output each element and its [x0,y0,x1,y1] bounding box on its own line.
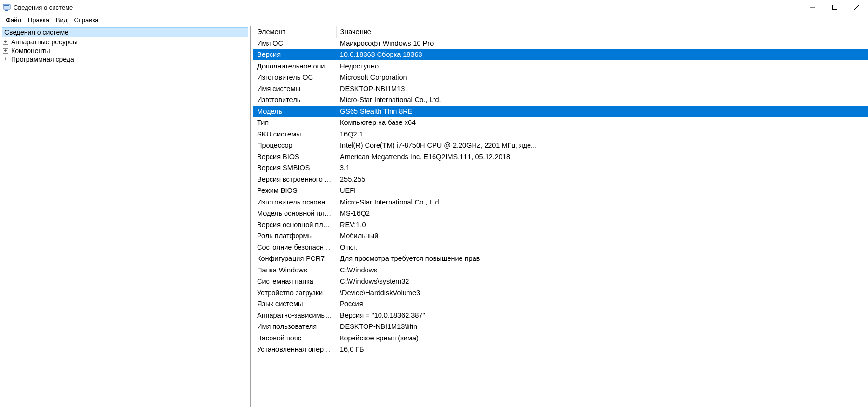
table-row[interactable]: Аппаратно-зависимы...Версия = "10.0.1836… [253,310,868,321]
table-row[interactable]: Состояние безопасно...Откл. [253,242,868,253]
minimize-button[interactable] [801,0,824,14]
column-header-value[interactable]: Значение [336,26,868,38]
cell-value: Мобильный [336,231,868,242]
table-row[interactable]: Версия основной платыREV:1.0 [253,219,868,231]
cell-value: Для просмотра требуется повышение прав [336,253,868,265]
table-row[interactable]: Папка WindowsC:\Windows [253,264,868,276]
details-table: Элемент Значение Имя ОСМайкрософт Window… [253,26,868,355]
menu-help[interactable]: Справка [71,15,101,25]
cell-value: Micro-Star International Co., Ltd. [336,196,868,208]
table-row[interactable]: SKU системы16Q2.1 [253,128,868,140]
cell-value: MS-16Q2 [336,208,868,219]
tree-pane: Сведения о системе + Аппаратные ресурсы … [0,26,251,407]
cell-element: Устройство загрузки [253,287,336,298]
cell-value: C:\Windows [336,264,868,276]
cell-element: Режим BIOS [253,185,336,197]
table-row[interactable]: ПроцессорIntel(R) Core(TM) i7-8750H CPU … [253,140,868,151]
window-controls [801,0,868,14]
cell-value: 255.255 [336,174,868,185]
cell-element: Язык системы [253,298,336,310]
table-row[interactable]: Конфигурация PCR7Для просмотра требуется… [253,253,868,265]
cell-element: Имя пользователя [253,321,336,333]
cell-element: Часовой пояс [253,332,336,344]
maximize-button[interactable] [824,0,846,14]
table-row[interactable]: ТипКомпьютер на базе x64 [253,117,868,129]
cell-element: Установленная операт... [253,344,336,355]
table-row[interactable]: МодельGS65 Stealth Thin 8RE [253,106,868,117]
expand-icon[interactable]: + [3,48,8,54]
table-row[interactable]: Модель основной пла...MS-16Q2 [253,208,868,219]
table-row[interactable]: Изготовитель ОСMicrosoft Corporation [253,72,868,83]
cell-element: Имя ОС [253,38,336,49]
table-row[interactable]: Изготовитель основно...Micro-Star Intern… [253,196,868,208]
table-row[interactable]: Устройство загрузки\Device\HarddiskVolum… [253,287,868,298]
menu-bar: Файл Правка Вид Справка [0,14,868,26]
column-header-element[interactable]: Элемент [253,26,336,38]
table-row[interactable]: Часовой поясКорейское время (зима) [253,332,868,344]
cell-value: \Device\HarddiskVolume3 [336,287,868,298]
tree-item-label: Аппаратные ресурсы [11,38,78,46]
cell-element: Модель основной пла... [253,208,336,219]
table-row[interactable]: Версия встроенного к...255.255 [253,174,868,185]
details-pane: Элемент Значение Имя ОСМайкрософт Window… [253,26,868,407]
menu-edit[interactable]: Правка [25,15,52,25]
details-scroll[interactable]: Элемент Значение Имя ОСМайкрософт Window… [253,26,868,407]
tree-item-components[interactable]: + Компоненты [0,46,250,55]
menu-file[interactable]: Файл [3,15,24,25]
svg-rect-1 [4,5,9,6]
table-row[interactable]: Имя ОСМайкрософт Windows 10 Pro [253,38,868,49]
table-row[interactable]: Дополнительное опис...Недоступно [253,60,868,72]
tree-item-label: Программная среда [11,55,74,63]
cell-value: Корейское время (зима) [336,332,868,344]
cell-element: Тип [253,117,336,129]
cell-value: Intel(R) Core(TM) i7-8750H CPU @ 2.20GHz… [336,140,868,151]
cell-element: Процессор [253,140,336,151]
cell-value: DESKTOP-NBI1M13 [336,83,868,95]
cell-element: Системная папка [253,276,336,287]
cell-element: Версия BIOS [253,151,336,163]
table-row[interactable]: Версия10.0.18363 Сборка 18363 [253,49,868,61]
cell-value: 16Q2.1 [336,128,868,140]
cell-value: 16,0 ГБ [336,344,868,355]
table-row[interactable]: Режим BIOSUEFI [253,185,868,197]
cell-value: American Megatrends Inc. E16Q2IMS.111, 0… [336,151,868,163]
cell-element: Изготовитель [253,95,336,106]
table-row[interactable]: Язык системыРоссия [253,298,868,310]
main-content: Сведения о системе + Аппаратные ресурсы … [0,26,868,407]
cell-element: Имя системы [253,83,336,95]
tree-item-hardware-resources[interactable]: + Аппаратные ресурсы [0,38,250,46]
cell-element: Папка Windows [253,264,336,276]
table-row[interactable]: Версия SMBIOS3.1 [253,163,868,174]
menu-view[interactable]: Вид [53,15,70,25]
table-row[interactable]: Имя системыDESKTOP-NBI1M13 [253,83,868,95]
table-row[interactable]: Версия BIOSAmerican Megatrends Inc. E16Q… [253,151,868,163]
cell-value: 10.0.18363 Сборка 18363 [336,49,868,61]
cell-value: REV:1.0 [336,219,868,231]
expand-icon[interactable]: + [3,40,8,45]
cell-value: Компьютер на базе x64 [336,117,868,129]
tree-root-system-summary[interactable]: Сведения о системе [2,27,248,37]
cell-element: Модель [253,106,336,117]
table-row[interactable]: Установленная операт...16,0 ГБ [253,344,868,355]
cell-element: Роль платформы [253,231,336,242]
table-row[interactable]: Системная папкаC:\Windows\system32 [253,276,868,287]
cell-value: Недоступно [336,60,868,72]
cell-element: Изготовитель ОС [253,72,336,83]
cell-value: DESKTOP-NBI1M13\lifin [336,321,868,333]
cell-value: Россия [336,298,868,310]
title-bar: Сведения о системе [0,0,868,14]
cell-element: Состояние безопасно... [253,242,336,253]
tree-item-software-environment[interactable]: + Программная среда [0,55,250,64]
table-row[interactable]: Роль платформыМобильный [253,231,868,242]
close-button[interactable] [846,0,868,14]
svg-rect-2 [5,10,8,11]
expand-icon[interactable]: + [3,57,8,62]
table-row[interactable]: Имя пользователяDESKTOP-NBI1M13\lifin [253,321,868,333]
table-row[interactable]: ИзготовительMicro-Star International Co.… [253,95,868,106]
cell-value: GS65 Stealth Thin 8RE [336,106,868,117]
cell-element: Версия SMBIOS [253,163,336,174]
cell-value: Версия = "10.0.18362.387" [336,310,868,321]
cell-value: UEFI [336,185,868,197]
cell-value: Майкрософт Windows 10 Pro [336,38,868,49]
app-icon [3,3,11,11]
